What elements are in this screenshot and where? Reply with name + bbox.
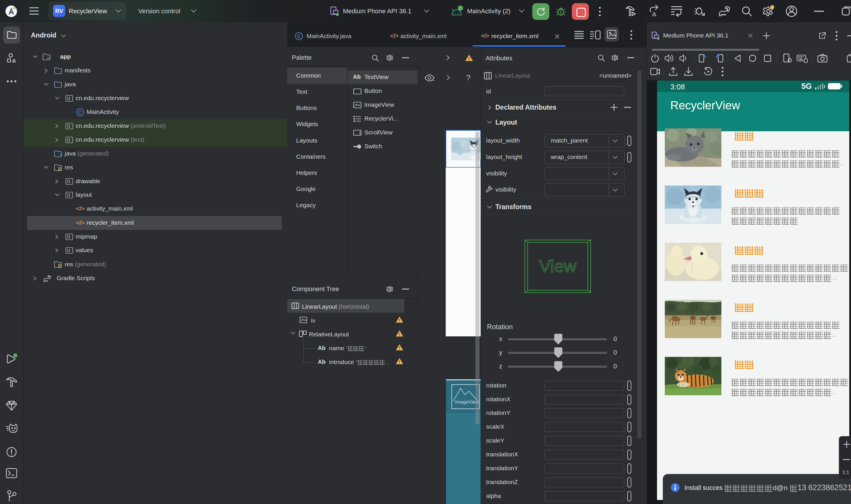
svg-text:C: C bbox=[78, 110, 82, 115]
svg-text:*: * bbox=[59, 154, 61, 158]
svg-text:C: C bbox=[297, 34, 301, 39]
svg-text:A: A bbox=[652, 11, 656, 18]
svg-text:View: View bbox=[539, 256, 577, 276]
